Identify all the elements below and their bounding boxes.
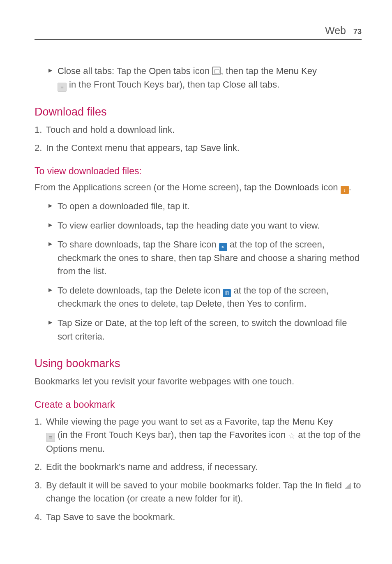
view-downloaded-heading: To view downloaded files:	[35, 166, 362, 177]
sort-downloads-item: Tap Size or Date, at the top left of the…	[35, 317, 362, 343]
open-tabs-icon	[212, 67, 221, 75]
download-step-1: Touch and hold a download link.	[35, 123, 362, 137]
downloads-icon: ↓	[341, 186, 349, 194]
view-earlier-item: To view earlier downloads, tap the headi…	[35, 219, 362, 233]
create-bookmark-steps: While viewing the page you want to set a…	[35, 415, 362, 524]
create-bookmark-step-3: By default it will be saved to your mobi…	[35, 479, 362, 506]
close-all-tabs-item: Close all tabs: Tap the Open tabs icon ,…	[35, 65, 362, 92]
create-bookmark-heading: Create a bookmark	[35, 399, 362, 410]
using-bookmarks-heading: Using bookmarks	[35, 357, 362, 370]
share-downloads-item: To share downloads, tap the Share icon <…	[35, 238, 362, 278]
bookmarks-intro: Bookmarks let you revisit your favorite …	[35, 375, 362, 388]
delete-icon: 🗑	[223, 289, 231, 297]
downloaded-files-list: To open a downloaded file, tap it. To vi…	[35, 200, 362, 343]
menu-key-icon: ≡	[46, 433, 55, 442]
download-files-heading: Download files	[35, 106, 362, 118]
manual-page: Web 73 Close all tabs: Tap the Open tabs…	[0, 0, 392, 564]
download-files-steps: Touch and hold a download link. In the C…	[35, 123, 362, 155]
close-all-tabs-label: Close all tabs:	[58, 66, 114, 76]
download-step-2: In the Context menu that appears, tap Sa…	[35, 141, 362, 155]
header-section-title: Web	[325, 25, 346, 37]
view-downloaded-intro: From the Applications screen (or the Hom…	[35, 181, 362, 194]
create-bookmark-step-1: While viewing the page you want to set a…	[35, 415, 362, 456]
page-header: Web 73	[35, 25, 362, 40]
delete-downloads-item: To delete downloads, tap the Delete icon…	[35, 284, 362, 311]
share-icon: <	[219, 243, 227, 251]
header-page-number: 73	[353, 28, 362, 36]
menu-key-icon: ≡	[58, 83, 67, 92]
field-triangle-icon	[344, 483, 351, 489]
open-file-item: To open a downloaded file, tap it.	[35, 200, 362, 213]
close-tabs-list: Close all tabs: Tap the Open tabs icon ,…	[35, 65, 362, 92]
favorites-star-icon: ☆	[288, 430, 295, 442]
create-bookmark-step-2: Edit the bookmark's name and address, if…	[35, 460, 362, 474]
create-bookmark-step-4: Tap Save to save the bookmark.	[35, 511, 362, 524]
